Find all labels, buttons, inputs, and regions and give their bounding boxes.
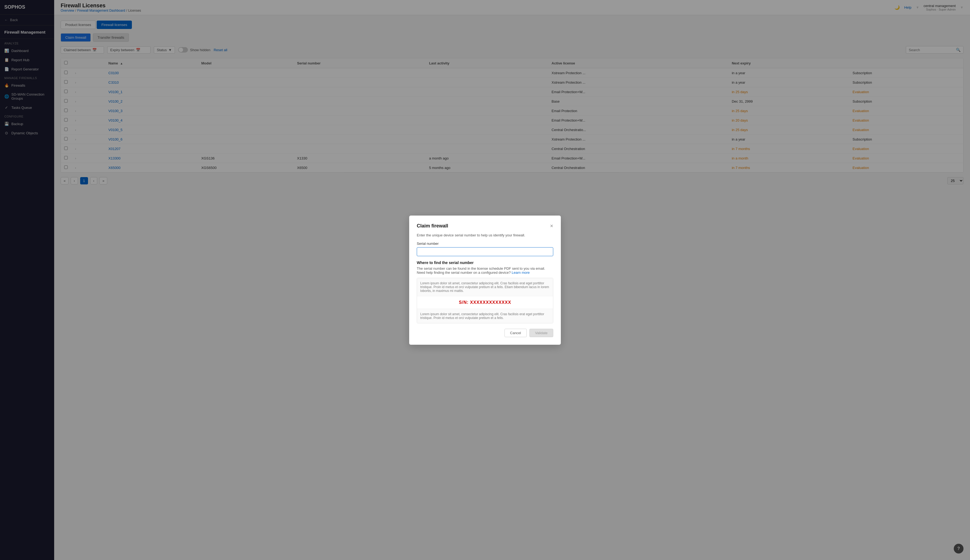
serial-number-value: S/N: XXXXXXXXXXXXX [459, 300, 511, 305]
where-to-find-desc: The serial number can be found in the li… [417, 267, 553, 275]
modal-title: Claim firewall [417, 223, 448, 229]
modal-overlay[interactable]: Claim firewall × Enter the unique device… [0, 0, 970, 560]
modal-description: Enter the unique device serial number to… [417, 233, 553, 237]
preview-text-2: Lorem ipsum dolor sit amet, consectetur … [417, 309, 553, 323]
modal-footer: Cancel Validate [417, 329, 553, 337]
where-to-find-title: Where to find the serial number [417, 260, 553, 265]
validate-button[interactable]: Validate [529, 329, 553, 337]
serial-number-input[interactable] [417, 247, 553, 256]
serial-label: Serial number [417, 242, 553, 246]
modal-header: Claim firewall × [417, 223, 553, 229]
claim-firewall-modal: Claim firewall × Enter the unique device… [409, 215, 561, 345]
learn-more-link[interactable]: Learn more [512, 270, 530, 275]
serial-number-display: S/N: XXXXXXXXXXXXX [417, 296, 553, 309]
modal-close-button[interactable]: × [550, 223, 553, 228]
cancel-button[interactable]: Cancel [505, 329, 527, 337]
preview-text-1: Lorem ipsum dolor sit amet, consectetur … [417, 278, 553, 296]
serial-preview-box: Lorem ipsum dolor sit amet, consectetur … [417, 278, 553, 323]
